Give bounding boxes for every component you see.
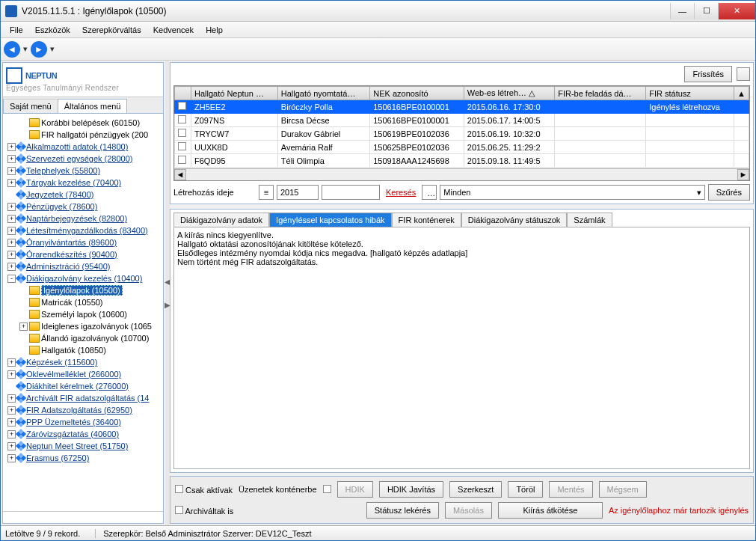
year-input[interactable] [277,185,319,200]
col-header[interactable]: Hallgató Neptun … [191,87,278,100]
statusz-lekeres-button[interactable]: Státusz lekérés [366,502,439,519]
hdik-javitas-button[interactable]: HDIK Javítás [379,481,443,498]
detail-tab[interactable]: FIR konténerek [392,213,461,227]
tab-sajat-menu[interactable]: Saját menü [3,99,58,113]
tree-expander[interactable]: + [7,251,16,259]
nav-back-dropdown[interactable]: ▾ [22,44,29,54]
tree-expander[interactable]: + [7,215,16,223]
filter-mode-icon[interactable]: ≡ [259,185,274,200]
tree-expander[interactable]: + [7,179,16,187]
more-button[interactable]: … [422,185,437,200]
tree-label[interactable]: Képzések (115600) [26,358,97,367]
tree-label[interactable]: Órarendkészítés (90400) [26,250,117,259]
tree-label[interactable]: Ideiglenes igazolványok (1065 [41,322,152,331]
tree-expander[interactable]: + [7,370,16,379]
filter-dropdown[interactable]: Minden ▾ [440,185,704,200]
tree-label[interactable]: Neptun Meet Street (51750) [26,441,128,450]
tree-label[interactable]: Személyi lapok (10600) [41,310,127,319]
tree-item[interactable]: Hallgatók (10850) [3,344,163,356]
tree-expander[interactable]: + [7,418,16,427]
tree-label[interactable]: PPP Üzemeltetés (36400) [26,418,121,427]
tree-item[interactable]: Személyi lapok (10600) [3,308,163,320]
megsem-button[interactable]: Mégsem [599,481,647,498]
filter-button[interactable]: Szűrés [708,184,750,201]
tree-item[interactable]: +Alkalmazotti adatok (14800) [3,141,163,153]
maximize-button[interactable]: ☐ [694,3,718,19]
tree-item[interactable]: Igénylőlapok (10500) [3,284,163,296]
table-row[interactable]: Z097NSBircsa Décse150616BPE01000012015.0… [175,114,749,127]
scroll-up[interactable]: ▲ [734,87,749,100]
tree-item[interactable]: +Telephelyek (55800) [3,165,163,177]
nav-fwd-dropdown[interactable]: ▾ [49,44,56,54]
tree-item[interactable]: +Oklevélmelléklet (266000) [3,368,163,380]
tree-label[interactable]: FIR Adatszolgáltatás (62950) [26,406,132,415]
data-grid[interactable]: Hallgató Neptun …Hallgató nyomtatá…NEK a… [173,85,750,181]
hdik-button[interactable]: HDIK [337,481,373,498]
tree-expander[interactable]: + [7,167,16,175]
menu-szerepkörváltás[interactable]: Szerepkörváltás [76,23,147,37]
menu-eszközök[interactable]: Eszközök [29,23,76,37]
tree-item[interactable]: Matricák (10550) [3,296,163,308]
tree-item[interactable]: +Pénzügyek (78600) [3,201,163,213]
archivaltak-checkbox[interactable]: Archiváltak is [175,506,233,516]
nav-back-button[interactable]: ◄ [4,41,20,58]
col-header[interactable]: FIR státusz [646,87,734,100]
tree-label[interactable]: Matricák (10550) [41,298,103,307]
tree-label[interactable]: Pénzügyek (78600) [26,202,97,211]
tree-label[interactable]: Tárgyak kezelése (70400) [26,178,121,187]
tree-item[interactable]: +Órarendkészítés (90400) [3,248,163,260]
tree-label[interactable]: Alkalmazotti adatok (14800) [26,142,128,151]
tree-item[interactable]: +Erasmus (67250) [3,452,163,464]
mentes-button[interactable]: Mentés [549,481,592,498]
tree-label[interactable]: Állandó igazolványok (10700) [41,334,149,343]
search-link[interactable]: Keresés [383,188,419,197]
tree-item[interactable]: Állandó igazolványok (10700) [3,332,163,344]
table-row[interactable]: F6QD95Téli Olimpia150918AAA12456982015.0… [175,154,749,168]
tree-expander[interactable]: + [7,406,16,415]
detail-tab[interactable]: Diákigazolvány státuszok [461,213,568,227]
minimize-button[interactable]: — [670,3,694,19]
tree-expander[interactable]: + [7,203,16,211]
menu-file[interactable]: File [4,23,29,37]
tree-item[interactable]: +Ideiglenes igazolványok (1065 [3,320,163,332]
tree-item[interactable]: +Adminisztráció (95400) [3,260,163,272]
tree-expander[interactable]: - [7,275,16,283]
masolas-button[interactable]: Másolás [445,502,492,519]
tree-item[interactable]: +PPP Üzemeltetés (36400) [3,416,163,428]
row-checkbox[interactable] [178,129,186,137]
tree-label[interactable]: Erasmus (67250) [26,453,89,462]
col-header[interactable]: Hallgató nyomtatá… [277,87,369,100]
tree-item[interactable]: +Neptun Meet Street (51750) [3,440,163,452]
tree-expander[interactable]: + [7,430,16,438]
pin-icon[interactable] [737,67,750,81]
tree-expander[interactable]: + [7,239,16,247]
row-checkbox[interactable] [178,102,186,110]
tree-label[interactable]: Diákigazolvány kezelés (10400) [26,274,142,283]
row-checkbox[interactable] [178,156,186,164]
tree-expander[interactable]: + [7,454,16,462]
grid-hscroll[interactable]: ◄► [174,168,749,180]
table-row[interactable]: UUXK8DAvemária Ralf150625BPE01020362015.… [175,141,749,154]
tree-item[interactable]: -Diákigazolvány kezelés (10400) [3,272,163,284]
tree-expander[interactable]: + [19,323,28,331]
szerkeszt-button[interactable]: Szerkeszt [449,481,502,498]
tree-label[interactable]: Korábbi belépések (60150) [41,118,140,127]
tree-expander[interactable]: + [7,227,16,235]
tree-item[interactable]: +Óranyilvántartás (89600) [3,236,163,248]
tree-label[interactable]: Oklevélmelléklet (266000) [26,370,121,379]
tree-hscroll[interactable] [3,511,163,523]
table-row[interactable]: ZH5EE2Biróczky Polla150616BPE01000012015… [175,100,749,114]
kiiras-atkotese-button[interactable]: Kiírás átkötése [498,502,603,519]
tree-item[interactable]: +Létesítménygazdálkodás (83400) [3,224,163,236]
tree-expander[interactable]: + [7,143,16,151]
tree-item[interactable]: +Záróvizsgáztatás (40600) [3,428,163,440]
tree-item[interactable]: +Tárgyak kezelése (70400) [3,177,163,189]
tree-expander[interactable]: + [7,442,16,450]
tab-altalanos-menu[interactable]: Általános menü [58,99,128,113]
torol-button[interactable]: Töröl [508,481,543,498]
tree-label[interactable]: Szervezeti egységek (28000) [26,154,132,163]
tree-label[interactable]: Diákhitel kérelmek (276000) [26,382,129,391]
tree-expander[interactable]: + [7,394,16,403]
tree-item[interactable]: Korábbi belépések (60150) [3,117,163,129]
tree-item[interactable]: FIR hallgatói pénzügyek (200 [3,129,163,141]
